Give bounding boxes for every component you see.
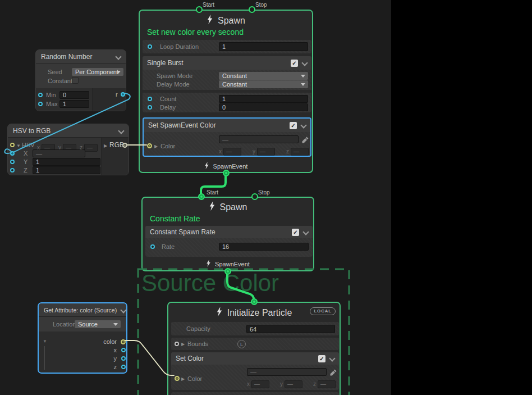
bounds-port[interactable] bbox=[175, 342, 179, 346]
random-number-title-bar[interactable]: Random Number bbox=[36, 50, 126, 63]
count-field[interactable]: 1 bbox=[219, 95, 308, 103]
collapse-chevron-icon[interactable] bbox=[300, 122, 306, 128]
delay-mode-label: Delay Mode bbox=[157, 80, 190, 88]
set-spawnevent-color-header[interactable]: Set SpawnEvent Color ✓ bbox=[144, 119, 310, 132]
enabled-checkbox[interactable]: ✓ bbox=[318, 355, 325, 362]
expand-triangle-icon[interactable]: ▶ bbox=[181, 377, 185, 382]
min-field[interactable]: 0 bbox=[59, 91, 89, 99]
y-field[interactable]: 1 bbox=[33, 158, 100, 166]
capacity-row: Capacity 64 bbox=[171, 322, 339, 335]
expand-triangle-icon[interactable]: ▼ bbox=[43, 339, 47, 344]
collapse-chevron-icon[interactable] bbox=[302, 229, 309, 235]
delay-field[interactable]: 0 bbox=[219, 103, 308, 111]
expand-triangle-icon[interactable]: ▼ bbox=[16, 144, 21, 148]
x-output-port[interactable] bbox=[121, 348, 126, 352]
loop-duration-port[interactable] bbox=[148, 44, 152, 49]
stop-flow-anchor[interactable] bbox=[249, 6, 255, 13]
stop-flow-anchor[interactable] bbox=[251, 193, 258, 200]
y-subfield: — bbox=[257, 148, 275, 156]
constant-spawn-rate-block[interactable]: Constant Spawn Rate ✓ Rate 16 bbox=[145, 226, 313, 257]
max-port[interactable] bbox=[38, 102, 43, 106]
spawn-context-node-2[interactable]: Start Stop Spawn Constant Rate Constant … bbox=[141, 197, 314, 271]
eyedropper-icon[interactable] bbox=[330, 368, 337, 378]
set-color-header[interactable]: Set Color ✓ bbox=[171, 352, 339, 365]
start-flow-anchor[interactable] bbox=[198, 193, 205, 200]
input-flow-anchor[interactable] bbox=[251, 298, 258, 305]
y-output-port[interactable] bbox=[121, 356, 126, 361]
rgb-output-port[interactable] bbox=[122, 143, 127, 148]
r-output-label: r bbox=[116, 90, 118, 98]
spawnevent-output-anchor[interactable] bbox=[223, 170, 230, 176]
y-subfield: — bbox=[285, 380, 302, 388]
color-value-field: — bbox=[219, 135, 299, 143]
spawnevent-output-row: SpawnEvent bbox=[143, 260, 313, 268]
spawn-mode-dropdown[interactable]: Constant bbox=[219, 72, 308, 80]
z-output-port[interactable] bbox=[121, 365, 126, 369]
enabled-checkbox[interactable]: ✓ bbox=[291, 60, 298, 67]
r-output-port[interactable] bbox=[121, 92, 125, 97]
random-number-node[interactable]: Random Number Seed Per Component Constan… bbox=[35, 49, 126, 111]
rate-field[interactable]: 16 bbox=[219, 243, 309, 251]
z-input-port[interactable] bbox=[10, 168, 15, 172]
expand-triangle-icon[interactable]: ▶ bbox=[154, 144, 158, 149]
loop-duration-field[interactable]: 1 bbox=[219, 42, 308, 51]
expander-guide-line bbox=[44, 346, 45, 370]
delay-port[interactable] bbox=[148, 105, 152, 110]
hsv-input-port[interactable] bbox=[10, 143, 15, 147]
dropdown-arrow-icon bbox=[301, 83, 305, 86]
group-title[interactable]: Source Color bbox=[141, 270, 279, 297]
rate-port[interactable] bbox=[150, 244, 155, 249]
x-subfield: — bbox=[251, 380, 269, 388]
y-sublabel: y bbox=[253, 148, 255, 155]
collapse-chevron-icon[interactable] bbox=[301, 60, 308, 66]
z-field[interactable]: 1 bbox=[33, 166, 100, 174]
color-input-port[interactable] bbox=[147, 143, 152, 148]
seed-dropdown[interactable]: Per Component bbox=[72, 68, 123, 76]
dropdown-arrow-icon bbox=[113, 323, 118, 326]
wire-getattr-color-to-set-color bbox=[125, 340, 174, 375]
single-burst-header[interactable]: Single Burst ✓ bbox=[143, 56, 311, 70]
color-output-port[interactable] bbox=[121, 339, 126, 344]
graph-canvas[interactable]: Source Color Start Stop Spawn Set new co… bbox=[0, 0, 391, 395]
hsv-to-rgb-node[interactable]: HSV to RGB ▼ HSV x— y— z— X — Y 1 Z 1 ▶ … bbox=[7, 124, 129, 175]
x-label: X bbox=[24, 149, 27, 157]
x-input-port[interactable] bbox=[10, 151, 15, 156]
initialize-particle-node[interactable]: Initialize Particle LOCAL Capacity 64 ▶ … bbox=[167, 302, 341, 395]
delay-mode-dropdown[interactable]: Constant bbox=[219, 80, 308, 88]
y-sublabel: y bbox=[280, 381, 283, 387]
dropdown-arrow-icon bbox=[301, 75, 305, 78]
max-field[interactable]: 1 bbox=[59, 100, 89, 108]
enabled-checkbox[interactable]: ✓ bbox=[290, 122, 297, 129]
min-port[interactable] bbox=[38, 93, 43, 97]
local-space-badge[interactable]: L bbox=[237, 340, 246, 348]
loop-duration-label: Loop Duration bbox=[160, 40, 199, 53]
get-attribute-node[interactable]: Get Attribute: color (Source) Location S… bbox=[38, 302, 127, 374]
collapse-chevron-icon[interactable] bbox=[118, 128, 124, 134]
get-attribute-title-bar[interactable]: Get Attribute: color (Source) bbox=[39, 303, 126, 317]
constant-spawn-rate-header[interactable]: Constant Spawn Rate ✓ bbox=[145, 226, 313, 238]
collapse-chevron-icon[interactable] bbox=[115, 53, 121, 60]
start-flow-anchor[interactable] bbox=[196, 6, 203, 13]
enabled-checkbox[interactable]: ✓ bbox=[292, 229, 299, 236]
eyedropper-icon[interactable] bbox=[302, 135, 309, 146]
collapse-chevron-icon[interactable] bbox=[329, 355, 335, 361]
location-dropdown[interactable]: Source bbox=[75, 320, 121, 328]
color-input-port[interactable] bbox=[175, 376, 180, 381]
set-color-block[interactable]: Set Color ✓ ▶ Color — x— y— z— bbox=[171, 352, 339, 390]
x-sublabel: x bbox=[247, 381, 250, 387]
color-output-label: color bbox=[103, 338, 117, 346]
collapse-chevron-icon[interactable] bbox=[120, 307, 126, 313]
y-input-port[interactable] bbox=[10, 160, 15, 164]
spawn-mode-label: Spawn Mode bbox=[157, 72, 192, 80]
node-title-row: Spawn bbox=[143, 201, 313, 213]
hsv-title-bar[interactable]: HSV to RGB bbox=[8, 124, 129, 138]
set-spawnevent-color-block[interactable]: Set SpawnEvent Color ✓ ▶ Color — x— y— z… bbox=[143, 117, 311, 157]
constant-checkbox[interactable] bbox=[72, 77, 79, 84]
expand-triangle-icon[interactable]: ▶ bbox=[181, 342, 185, 347]
spawnevent-output-anchor[interactable] bbox=[224, 268, 231, 275]
spawn-context-node-1[interactable]: Start Stop Spawn Set new color every sec… bbox=[139, 10, 313, 173]
count-port[interactable] bbox=[148, 97, 152, 101]
capacity-field[interactable]: 64 bbox=[246, 325, 335, 333]
location-label: Location bbox=[53, 320, 76, 328]
single-burst-block[interactable]: Single Burst ✓ Spawn Mode Constant Delay… bbox=[143, 56, 311, 112]
